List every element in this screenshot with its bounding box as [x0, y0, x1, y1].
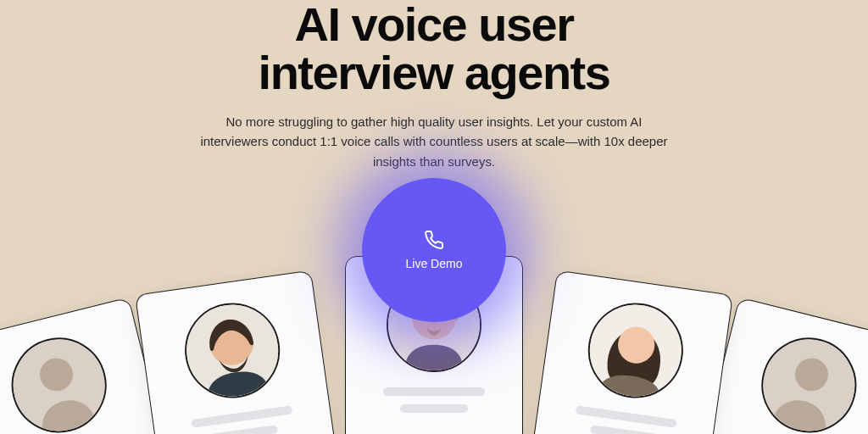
headline-line-1: AI voice user [294, 0, 573, 51]
avatar [582, 297, 689, 403]
interviewer-card [135, 270, 342, 434]
demo-button-label: Live Demo [406, 257, 463, 270]
skeleton-line [210, 425, 279, 434]
skeleton-line [590, 425, 659, 434]
hero-section: AI voice user interview agents No more s… [0, 0, 868, 171]
live-demo-button[interactable]: Live Demo [362, 178, 506, 322]
interviewer-card [526, 270, 733, 434]
skeleton-line [383, 387, 485, 396]
page-subhead: No more struggling to gather high qualit… [197, 112, 671, 171]
skeleton-line [400, 404, 468, 413]
skeleton-line [576, 405, 677, 428]
avatar [2, 328, 117, 434]
avatar [179, 297, 286, 403]
demo-button-wrap: Live Demo [362, 178, 506, 322]
page-title: AI voice user interview agents [0, 0, 868, 97]
avatar [751, 328, 866, 434]
skeleton-line [191, 405, 292, 428]
phone-icon [424, 230, 444, 250]
headline-line-2: interview agents [259, 46, 610, 99]
